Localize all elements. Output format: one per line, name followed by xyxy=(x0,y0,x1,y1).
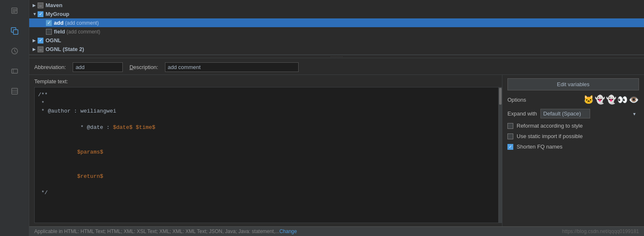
template-scroll-container: /** * * @author : weiliangwei * @date : … xyxy=(34,87,502,223)
code-line-3: * @author : weiliangwei xyxy=(38,107,495,115)
code-editor[interactable]: /** * * @author : weiliangwei * @date : … xyxy=(34,87,499,223)
description-label: Description: xyxy=(129,64,158,70)
arrow-icon-mygroup: ▼ xyxy=(33,12,38,16)
tree-panel: ▶ – Maven ▼ ✓ MyGroup ✓ add (add comment… xyxy=(29,0,644,55)
tree-label-add: add (add comment) xyxy=(54,20,99,26)
tree-label-field: field (add comment) xyxy=(54,28,100,35)
checkbox-add[interactable]: ✓ xyxy=(46,20,52,26)
options-panel: Edit variables Options 🐱 👻 👻 👀 👁️ Expand… xyxy=(502,75,644,226)
tree-item-mygroup[interactable]: ▼ ✓ MyGroup xyxy=(29,10,644,18)
edit-variables-button[interactable]: Edit variables xyxy=(507,78,639,90)
svg-rect-11 xyxy=(12,88,18,94)
expand-with-select[interactable]: Default (Space) Tab Enter Space xyxy=(540,109,590,118)
sidebar-icon-3[interactable] xyxy=(7,44,22,59)
arrow-icon-maven: ▶ xyxy=(33,3,38,8)
template-scrollbar[interactable] xyxy=(499,87,502,223)
sidebar-icon-4[interactable] xyxy=(7,64,22,79)
template-section: Template text: /** * * @author : weilian… xyxy=(29,75,502,226)
expand-with-row: Expand with Default (Space) Tab Enter Sp… xyxy=(507,109,639,118)
arrow-icon-ognl: ▶ xyxy=(33,38,38,43)
tree-item-add[interactable]: ✓ add (add comment) xyxy=(29,18,644,27)
static-import-checkbox[interactable] xyxy=(507,133,513,139)
tree-item-ognl[interactable]: ▶ ✓ OGNL xyxy=(29,36,644,45)
sidebar-icon-2[interactable] xyxy=(7,23,22,38)
expand-with-label: Expand with xyxy=(507,110,537,117)
sidebar xyxy=(0,0,29,236)
sidebar-icon-5[interactable] xyxy=(7,84,22,99)
svg-rect-1 xyxy=(13,9,17,10)
code-line-1: /** xyxy=(38,91,495,99)
bottom-url: https://blog.csdn.net/qqqq0199181 xyxy=(562,228,639,234)
static-import-label: Use static import if possible xyxy=(517,133,583,139)
code-line-7: */ xyxy=(38,189,495,197)
svg-rect-5 xyxy=(13,30,18,34)
reformat-checkbox-row: Reformat according to style xyxy=(507,123,639,129)
svg-rect-2 xyxy=(13,10,17,11)
checkbox-ognl2[interactable]: – xyxy=(38,46,43,52)
tree-label-ognl2: OGNL (State 2) xyxy=(46,46,84,52)
reformat-checkbox[interactable] xyxy=(507,123,513,129)
tree-label-mygroup: MyGroup xyxy=(46,11,69,17)
emoji-group: 🐱 👻 👻 👀 👁️ xyxy=(583,95,639,105)
description-input[interactable] xyxy=(165,62,299,72)
svg-rect-3 xyxy=(13,12,15,13)
tree-label-maven: Maven xyxy=(46,2,62,8)
tree-label-ognl: OGNL xyxy=(46,37,61,44)
content-row: Template text: /** * * @author : weilian… xyxy=(29,75,644,226)
static-import-checkbox-row: Use static import if possible xyxy=(507,133,639,139)
code-line-4: * @date : $date$ $time$ xyxy=(38,115,495,140)
abbreviation-input[interactable] xyxy=(73,62,123,72)
sidebar-icon-1[interactable] xyxy=(7,3,22,18)
code-line-6: $return$ xyxy=(38,164,495,189)
reformat-label: Reformat according to style xyxy=(517,123,583,129)
tree-item-field[interactable]: field (add comment) xyxy=(29,27,644,36)
main-panel: ▶ – Maven ▼ ✓ MyGroup ✓ add (add comment… xyxy=(29,0,644,236)
checkbox-mygroup[interactable]: ✓ xyxy=(38,11,43,17)
emoji-4: 👀 xyxy=(617,95,628,105)
svg-rect-9 xyxy=(12,69,18,73)
expand-select-wrapper: Default (Space) Tab Enter Space ▼ xyxy=(540,109,639,118)
emoji-5: 👁️ xyxy=(629,95,639,105)
svg-line-8 xyxy=(15,51,16,52)
bottom-bar: Applicable in HTML: HTML Text; HTML; XML… xyxy=(29,226,644,236)
tree-item-maven[interactable]: ▶ – Maven xyxy=(29,1,644,10)
code-line-2: * xyxy=(38,99,495,108)
arrow-icon-ognl2: ▶ xyxy=(33,47,38,51)
divider[interactable]: ⋯⋯⋯ xyxy=(29,55,644,58)
tree-item-ognl2[interactable]: ▶ – OGNL (State 2) xyxy=(29,45,644,54)
emoji-2: 👻 xyxy=(595,95,605,105)
template-label: Template text: xyxy=(34,78,502,85)
change-link[interactable]: Change xyxy=(279,228,297,234)
emoji-1: 🐱 xyxy=(583,95,594,105)
checkbox-field[interactable] xyxy=(46,29,52,35)
checkbox-ognl[interactable]: ✓ xyxy=(38,38,43,44)
emoji-3: 👻 xyxy=(606,95,616,105)
checkbox-maven[interactable]: – xyxy=(38,3,43,8)
scrollbar-thumb[interactable] xyxy=(499,88,502,105)
form-area: Abbreviation: Description: xyxy=(29,58,644,75)
shorten-fq-checkbox-row: ✓ Shorten FQ names xyxy=(507,144,639,150)
shorten-fq-label: Shorten FQ names xyxy=(517,144,563,150)
select-arrow-icon: ▼ xyxy=(632,111,636,116)
options-header: Options 🐱 👻 👻 👀 👁️ xyxy=(507,95,639,105)
applicable-text: Applicable in HTML: HTML Text; HTML; XML… xyxy=(34,228,297,234)
options-title: Options xyxy=(507,97,526,103)
code-line-5: $params$ xyxy=(38,140,495,164)
abbreviation-label: Abbreviation: xyxy=(34,64,66,70)
shorten-fq-checkbox[interactable]: ✓ xyxy=(507,144,513,150)
